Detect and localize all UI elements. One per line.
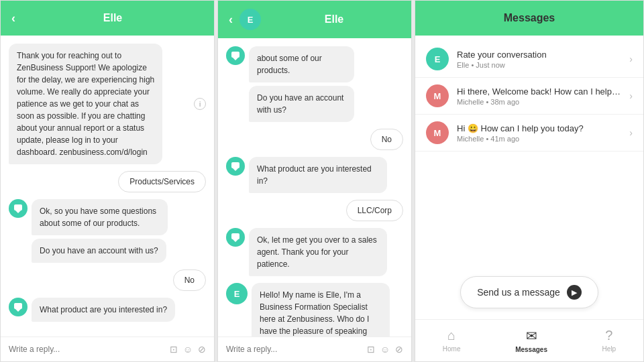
conv-3-avatar: M (426, 121, 449, 144)
conv-3-chevron: › (629, 127, 633, 138)
left-chat-body: Thank you for reaching out to ZenBusines… (1, 36, 214, 337)
middle-bot-avatar-2 (226, 157, 245, 176)
bot-msg-2-row: Ok, so you have some questions about som… (9, 199, 206, 263)
middle-reply-input[interactable] (226, 345, 362, 354)
conv-1-subtitle: Elle • Just now (457, 61, 621, 69)
svg-rect-2 (14, 303, 22, 309)
left-panel: ‹ Elle Thank you for reaching out to Zen… (0, 0, 215, 362)
svg-rect-8 (231, 233, 239, 239)
left-reply-input[interactable] (9, 345, 164, 354)
bot-avatar-2 (9, 298, 28, 316)
middle-bot-msg-2: What product are you interested in? (249, 157, 387, 193)
middle-emoji-icon[interactable]: ☺ (380, 344, 390, 355)
bot-msg-3: What product are you interested in? (32, 298, 175, 322)
svg-marker-5 (233, 58, 238, 60)
emoji-icon[interactable]: ☺ (183, 344, 193, 355)
left-reply-bar: ⊡ ☺ ⊘ (1, 337, 214, 361)
middle-bot-msg-1a: about some of our products. (249, 46, 354, 82)
middle-image-icon[interactable]: ⊡ (367, 344, 375, 355)
svg-rect-0 (14, 204, 22, 210)
middle-human-msg: Hello! My name is Elle, I'm a Business F… (252, 283, 390, 337)
conv-1-chevron: › (629, 54, 633, 64)
right-header: Messages (415, 1, 643, 36)
middle-header: ‹ E Elle (218, 1, 411, 38)
svg-marker-3 (15, 309, 21, 312)
conv-2-chevron: › (629, 90, 633, 101)
choice-products[interactable]: Products/Services (118, 171, 206, 192)
bot-msg-2a: Ok, so you have some questions about som… (32, 199, 168, 235)
middle-bot-avatar-1 (226, 46, 245, 65)
svg-marker-9 (233, 239, 238, 242)
conv-1-title: Rate your conversation (457, 50, 621, 60)
conv-3-subtitle: Michelle • 41m ago (457, 135, 621, 143)
conversation-2[interactable]: M Hi there, Welcome back! How can I help… (415, 78, 643, 115)
bottom-nav: ⌂ Home ✉ Messages ? Help (415, 319, 643, 361)
nav-home-label: Home (443, 345, 461, 353)
info-icon-1[interactable]: i (194, 98, 206, 110)
bot-msg-2b: Do you have an account with us? (32, 239, 166, 263)
middle-bot-3: Ok, let me get you over to a sales agent… (226, 228, 403, 276)
conv-3-content: Hi 😀 How can I help you today? Michelle … (457, 123, 621, 143)
middle-bot-msg-3: Ok, let me get you over to a sales agent… (249, 228, 387, 276)
middle-human-avatar: E (226, 283, 248, 304)
middle-human-row: E Hello! My name is Elle, I'm a Business… (226, 283, 403, 337)
messages-list: E Rate your conversation Elle • Just now… (415, 36, 643, 265)
middle-reply-bar: ⊡ ☺ ⊘ (218, 337, 411, 361)
conv-1-content: Rate your conversation Elle • Just now (457, 50, 621, 69)
middle-bot-1: about some of our products. Do you have … (226, 46, 403, 122)
left-header: ‹ Elle (1, 1, 214, 36)
attach-icon[interactable]: ⊘ (198, 344, 206, 355)
middle-bot-avatar-3 (226, 228, 245, 247)
middle-reply-icons: ⊡ ☺ ⊘ (367, 344, 403, 355)
conv-2-title: Hi there, Welcome back! How can I help y… (457, 86, 621, 97)
right-panel: Messages E Rate your conversation Elle •… (415, 0, 644, 362)
middle-attach-icon[interactable]: ⊘ (395, 344, 403, 355)
nav-home[interactable]: ⌂ Home (432, 325, 472, 356)
messages-icon: ✉ (526, 328, 537, 344)
nav-messages[interactable]: ✉ Messages (504, 325, 558, 356)
nav-help[interactable]: ? Help (592, 325, 627, 356)
nav-help-label: Help (602, 345, 616, 353)
left-back-button[interactable]: ‹ (11, 11, 15, 25)
conv-1-avatar: E (426, 48, 449, 70)
bot-msg-1-row: Thank you for reaching out to ZenBusines… (9, 44, 206, 164)
middle-bot-msg-1b: Do you have an account with us? (249, 86, 354, 122)
choice-no[interactable]: No (173, 269, 206, 291)
svg-rect-4 (231, 52, 239, 58)
home-icon: ⌂ (447, 328, 455, 343)
middle-back-button[interactable]: ‹ (229, 13, 233, 27)
middle-bot-2: What product are you interested in? (226, 157, 403, 193)
middle-chat-body: about some of our products. Do you have … (218, 38, 411, 337)
nav-messages-label: Messages (515, 346, 547, 353)
middle-bot-multi: about some of our products. Do you have … (249, 46, 384, 122)
bot-avatar-1 (9, 199, 28, 218)
conv-2-subtitle: Michelle • 38m ago (457, 98, 621, 106)
help-icon: ? (605, 328, 612, 343)
conversation-3[interactable]: M Hi 😀 How can I help you today? Michell… (415, 115, 643, 152)
middle-choice-llc[interactable]: LLC/Corp (346, 200, 403, 221)
middle-choice-no[interactable]: No (370, 129, 403, 150)
svg-marker-1 (15, 210, 21, 213)
bot-msg-1: Thank you for reaching out to ZenBusines… (9, 44, 162, 164)
svg-marker-7 (233, 168, 238, 171)
conv-2-content: Hi there, Welcome back! How can I help y… (457, 86, 621, 106)
middle-panel: ‹ E Elle about some of our products. Do … (217, 0, 412, 362)
left-header-title: Elle (22, 12, 203, 24)
conv-2-avatar: M (426, 84, 449, 107)
send-message-button[interactable]: Send us a message ▶ (460, 276, 598, 308)
image-icon[interactable]: ⊡ (170, 344, 178, 355)
send-btn-label: Send us a message (477, 287, 560, 298)
right-header-title: Messages (426, 12, 633, 24)
middle-header-title: Elle (268, 13, 400, 25)
left-reply-icons: ⊡ ☺ ⊘ (170, 344, 206, 355)
send-btn-container: Send us a message ▶ (415, 265, 643, 319)
conv-3-title: Hi 😀 How can I help you today? (457, 123, 621, 133)
svg-rect-6 (231, 162, 239, 168)
send-arrow-icon: ▶ (567, 285, 582, 300)
middle-header-avatar: E (239, 9, 261, 30)
bot-msg-3-row: What product are you interested in? (9, 298, 206, 322)
bot-multi-msg: Ok, so you have some questions about som… (32, 199, 206, 263)
conversation-1[interactable]: E Rate your conversation Elle • Just now… (415, 41, 643, 78)
